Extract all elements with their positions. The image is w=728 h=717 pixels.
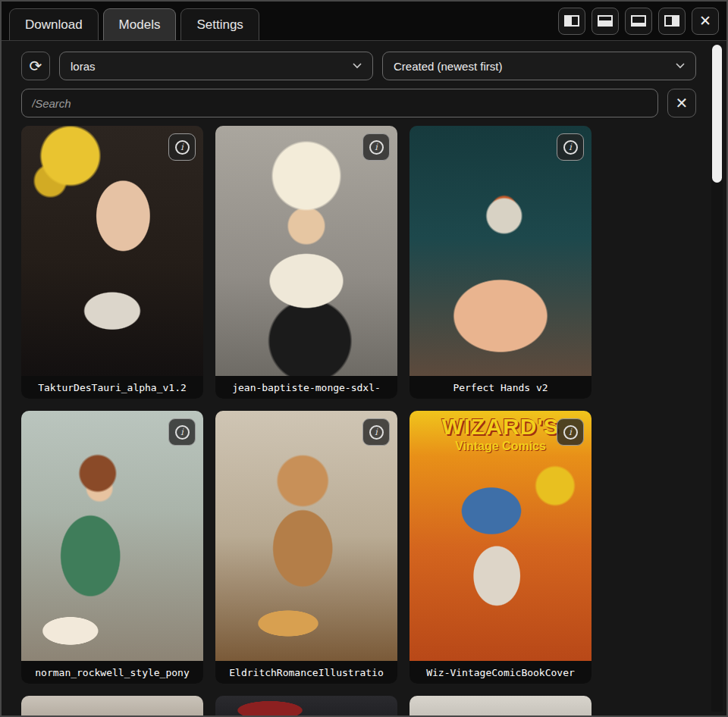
model-name-label: TakturDesTauri_alpha_v1.2 — [21, 376, 203, 399]
toggle-bottom-panel-button[interactable] — [592, 8, 619, 35]
panel-right-icon — [664, 15, 679, 27]
tab-strip: Download Models Settings — [9, 8, 259, 40]
model-card[interactable]: i norman_rockwell_style_pony — [21, 411, 203, 684]
model-name-label: Wiz-VintageComicBookCover — [410, 661, 592, 684]
refresh-icon: ⟳ — [30, 57, 42, 75]
panel-bottom-icon — [598, 15, 613, 27]
model-card[interactable]: WIZARD'S Vintage Comics i Wiz-VintageCom… — [410, 411, 592, 684]
model-browser-window: Download Models Settings ✕ — [0, 0, 728, 717]
model-thumbnail — [215, 411, 397, 661]
info-button[interactable]: i — [362, 418, 390, 446]
model-card[interactable] — [215, 696, 397, 715]
info-icon: i — [563, 140, 578, 155]
model-thumbnail — [21, 126, 203, 376]
model-thumbnail — [410, 126, 592, 376]
model-type-select[interactable]: loras — [59, 52, 373, 80]
tab-download[interactable]: Download — [9, 8, 99, 40]
model-thumbnail — [215, 126, 397, 376]
info-button[interactable]: i — [168, 418, 196, 446]
info-icon: i — [563, 425, 578, 440]
model-card[interactable]: i Perfect Hands v2 — [410, 126, 592, 399]
window-controls: ✕ — [558, 8, 719, 35]
close-icon: ✕ — [676, 94, 689, 112]
model-card[interactable] — [410, 696, 592, 715]
model-name-label: jean-baptiste-monge-sdxl- — [215, 376, 397, 399]
model-thumbnail — [215, 696, 397, 715]
tab-bar: Download Models Settings ✕ — [2, 2, 726, 41]
info-button[interactable]: i — [557, 133, 584, 161]
toggle-bottom-bar-button[interactable] — [625, 8, 652, 35]
model-card[interactable]: i TakturDesTauri_alpha_v1.2 — [21, 126, 203, 399]
panel-left-icon — [564, 15, 579, 27]
tab-models[interactable]: Models — [103, 8, 177, 40]
scrollbar-thumb[interactable] — [712, 45, 722, 183]
model-type-value: loras — [71, 60, 96, 73]
model-card[interactable]: i EldritchRomanceIllustratio — [215, 411, 397, 684]
info-button[interactable]: i — [168, 133, 196, 161]
tab-settings[interactable]: Settings — [180, 8, 259, 40]
model-card[interactable]: i jean-baptiste-monge-sdxl- — [215, 126, 397, 399]
model-thumbnail — [21, 696, 203, 715]
model-thumbnail — [410, 411, 592, 661]
search-input[interactable] — [21, 89, 658, 117]
model-thumbnail — [410, 696, 592, 715]
model-name-label: norman_rockwell_style_pony — [21, 661, 203, 684]
model-card-grid: i TakturDesTauri_alpha_v1.2 i jean-bapti… — [21, 126, 592, 715]
model-name-label: Perfect Hands v2 — [410, 376, 592, 399]
filter-toolbar: ⟳ loras Created (newest first) — [21, 52, 696, 80]
scrollbar[interactable] — [711, 43, 723, 712]
refresh-button[interactable]: ⟳ — [21, 52, 50, 80]
model-name-label: EldritchRomanceIllustratio — [215, 661, 397, 684]
close-icon: ✕ — [699, 14, 711, 28]
toggle-left-panel-button[interactable] — [558, 8, 585, 35]
models-panel: ⟳ loras Created (newest first) ✕ — [2, 41, 726, 715]
chevron-down-icon — [353, 63, 362, 69]
search-toolbar: ✕ — [21, 89, 696, 117]
close-button[interactable]: ✕ — [692, 8, 719, 35]
toggle-right-panel-button[interactable] — [658, 8, 686, 35]
panel-bottom-bar-icon — [631, 15, 646, 27]
info-button[interactable]: i — [362, 133, 390, 161]
model-card[interactable] — [21, 696, 203, 715]
chevron-down-icon — [676, 63, 685, 69]
sort-order-value: Created (newest first) — [394, 60, 502, 73]
model-thumbnail — [21, 411, 203, 661]
info-icon: i — [175, 140, 190, 155]
info-button[interactable]: i — [557, 418, 584, 446]
info-icon: i — [369, 425, 384, 440]
info-icon: i — [175, 425, 190, 440]
clear-search-button[interactable]: ✕ — [667, 89, 696, 117]
info-icon: i — [369, 140, 384, 155]
sort-order-select[interactable]: Created (newest first) — [382, 52, 696, 80]
